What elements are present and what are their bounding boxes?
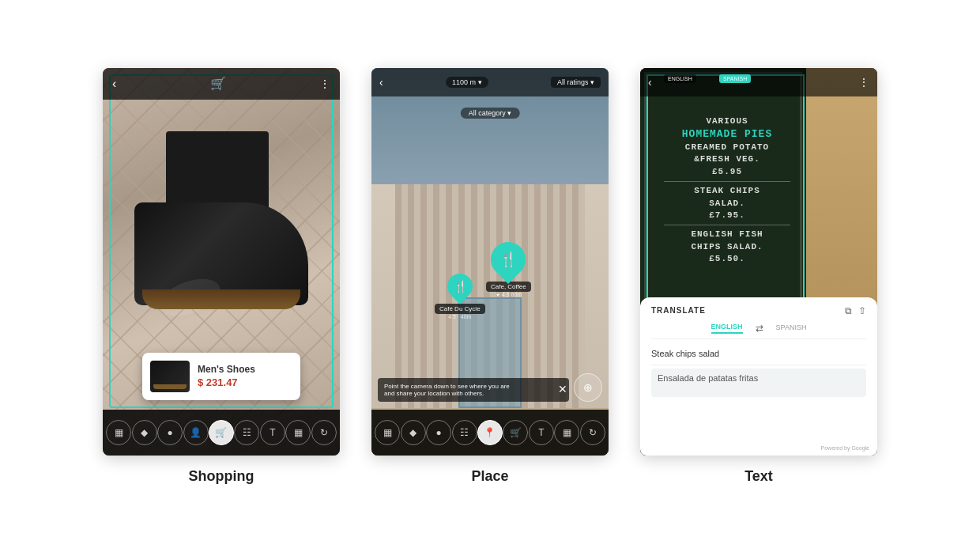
- shopping-top-bar: ‹ 🛒 ⋮: [103, 68, 340, 100]
- toolbar-btn-5[interactable]: ☷: [234, 420, 259, 445]
- place-btn-8[interactable]: ↻: [580, 420, 605, 445]
- place-btn-0[interactable]: ▦: [375, 420, 400, 445]
- toolbar-btn-0[interactable]: ▦: [106, 420, 131, 445]
- pin-label-small: Café Du Cycle: [435, 304, 485, 314]
- toolbar-btn-8[interactable]: ↻: [311, 420, 337, 445]
- text-phone: VARIOUS HOMEMADE PIES CREAMED POTATO &FR…: [640, 68, 877, 456]
- product-name: Men's Shoes: [198, 364, 255, 376]
- copy-icon[interactable]: ⧉: [845, 305, 852, 316]
- product-price: $ 231.47: [198, 376, 255, 388]
- text-section: VARIOUS HOMEMADE PIES CREAMED POTATO &FR…: [640, 68, 877, 485]
- product-card[interactable]: Men's Shoes $ 231.47: [142, 353, 300, 400]
- target-lang-badge: SPANISH: [719, 74, 751, 83]
- back-icon[interactable]: ‹: [379, 76, 383, 89]
- back-icon[interactable]: ‹: [112, 77, 116, 91]
- place-section: ‹ 1100 m ▾ All ratings ▾ All category ▾ …: [371, 68, 609, 485]
- distance-badge[interactable]: 1100 m ▾: [446, 77, 488, 88]
- text-label: Text: [744, 468, 773, 485]
- translate-header: TRANSLATE ⧉ ⇧: [651, 305, 866, 316]
- pin-icon-large: 🍴: [499, 251, 517, 268]
- pin-sublabel-large: ★ 4.3 60m: [496, 292, 522, 298]
- back-icon[interactable]: ‹: [648, 76, 652, 89]
- swap-icon[interactable]: ⇄: [756, 323, 763, 334]
- tab-spanish[interactable]: SPANISH: [776, 323, 807, 333]
- share-icon[interactable]: ⇧: [858, 305, 866, 316]
- place-btn-7[interactable]: ▦: [554, 420, 579, 445]
- translate-tabs: ENGLISH ⇄ SPANISH: [651, 323, 866, 339]
- product-thumbnail: [150, 361, 190, 392]
- product-info: Men's Shoes $ 231.47: [198, 364, 255, 388]
- scan-overlay: [646, 74, 805, 313]
- toolbar-btn-3[interactable]: 👤: [183, 420, 209, 445]
- tab-english[interactable]: ENGLISH: [711, 323, 743, 334]
- target-text: Ensalada de patatas fritas: [651, 369, 866, 397]
- shopping-phone: ‹ 🛒 ⋮ Men's Shoes $ 231.47 ▦ ◆ ● 👤 🛒 ☷: [103, 68, 340, 456]
- place-phone: ‹ 1100 m ▾ All ratings ▾ All category ▾ …: [371, 68, 609, 456]
- translate-actions: ⧉ ⇧: [845, 305, 866, 316]
- shoe-sole: [142, 289, 300, 309]
- place-label: Place: [471, 468, 508, 485]
- map-pin-small[interactable]: 🍴 Café Du Cycle 4.5 · 40m: [435, 274, 485, 319]
- powered-by: Powered by Google: [821, 445, 869, 451]
- close-note-icon[interactable]: ✕: [558, 383, 567, 395]
- translate-panel: TRANSLATE ⧉ ⇧ ENGLISH ⇄ SPANISH Steak ch…: [640, 297, 877, 456]
- toolbar-btn-2[interactable]: ●: [157, 420, 183, 445]
- shoe-illustration: [134, 131, 308, 353]
- toolbar-btn-7[interactable]: ▦: [285, 420, 311, 445]
- source-lang-badge: ENGLISH: [664, 74, 696, 83]
- place-btn-3[interactable]: ☷: [452, 420, 477, 445]
- cart-icon[interactable]: 🛒: [210, 76, 226, 91]
- main-container: ‹ 🛒 ⋮ Men's Shoes $ 231.47 ▦ ◆ ● 👤 🛒 ☷: [0, 36, 980, 516]
- more-icon[interactable]: ⋮: [319, 78, 330, 90]
- more-icon[interactable]: ⋮: [858, 76, 869, 89]
- shopping-label: Shopping: [189, 468, 254, 485]
- shopping-section: ‹ 🛒 ⋮ Men's Shoes $ 231.47 ▦ ◆ ● 👤 🛒 ☷: [103, 68, 340, 485]
- all-category-btn[interactable]: All category ▾: [461, 108, 520, 119]
- pin-sublabel-small: 4.5 · 40m: [448, 314, 471, 319]
- location-note: Point the camera down to see where you a…: [378, 378, 569, 402]
- toolbar-btn-t[interactable]: T: [260, 420, 285, 445]
- place-top-bar: ‹ 1100 m ▾ All ratings ▾: [371, 68, 609, 96]
- place-btn-1[interactable]: ◆: [401, 420, 426, 445]
- translate-title: TRANSLATE: [651, 306, 706, 315]
- map-pin-large[interactable]: 🍴 Cafe, Coffee ★ 4.3 60m: [486, 242, 531, 298]
- compass-btn[interactable]: ⊕: [574, 373, 602, 402]
- place-btn-location[interactable]: 📍: [477, 420, 503, 445]
- place-btn-2[interactable]: ●: [426, 420, 451, 445]
- toolbar-btn-cart[interactable]: 🛒: [209, 420, 234, 445]
- place-btn-t[interactable]: T: [529, 420, 554, 445]
- place-btn-5[interactable]: 🛒: [503, 420, 528, 445]
- shopping-toolbar: ▦ ◆ ● 👤 🛒 ☷ T ▦ ↻: [103, 410, 340, 456]
- source-text: Steak chips salad: [651, 346, 866, 365]
- place-toolbar: ▦ ◆ ● ☷ 📍 🛒 T ▦ ↻: [371, 410, 609, 456]
- toolbar-btn-1[interactable]: ◆: [132, 420, 157, 445]
- all-ratings-btn[interactable]: All ratings ▾: [551, 77, 601, 88]
- pin-icon-small: 🍴: [453, 280, 466, 293]
